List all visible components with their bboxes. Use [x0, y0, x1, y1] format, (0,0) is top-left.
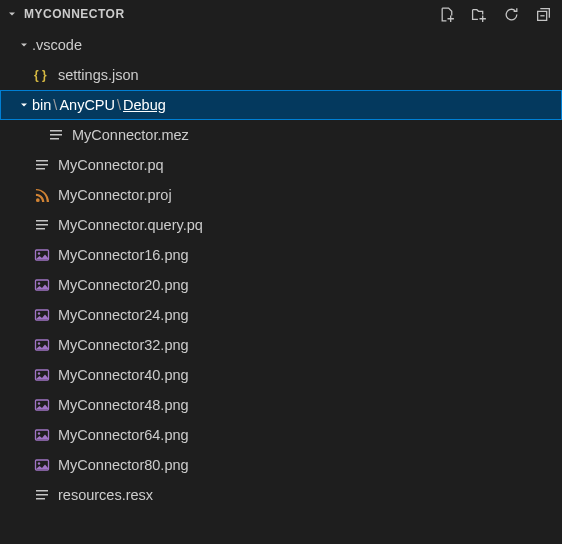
file-myconnector-pq[interactable]: MyConnector.pq: [0, 150, 562, 180]
project-title: MYCONNECTOR: [24, 7, 125, 21]
file-lines-icon: [32, 155, 52, 175]
file-myconnector24-png[interactable]: MyConnector24.png: [0, 300, 562, 330]
svg-point-6: [38, 312, 40, 314]
file-myconnector20-png[interactable]: MyConnector20.png: [0, 270, 562, 300]
svg-point-2: [38, 252, 40, 254]
file-label: MyConnector32.png: [58, 337, 189, 353]
image-icon: [32, 455, 52, 475]
folder-label: .vscode: [32, 37, 82, 53]
svg-point-4: [38, 282, 40, 284]
header-actions: [438, 5, 552, 23]
file-label: MyConnector24.png: [58, 307, 189, 323]
file-label: MyConnector.proj: [58, 187, 172, 203]
file-myconnector40-png[interactable]: MyConnector40.png: [0, 360, 562, 390]
file-myconnector80-png[interactable]: MyConnector80.png: [0, 450, 562, 480]
svg-point-8: [38, 342, 40, 344]
rss-icon: [32, 185, 52, 205]
file-label: resources.resx: [58, 487, 153, 503]
file-label: MyConnector64.png: [58, 427, 189, 443]
file-resources-resx[interactable]: resources.resx: [0, 480, 562, 510]
image-icon: [32, 365, 52, 385]
path-separator: \: [53, 97, 57, 113]
new-folder-icon[interactable]: [470, 5, 488, 23]
file-myconnector48-png[interactable]: MyConnector48.png: [0, 390, 562, 420]
file-label: MyConnector.pq: [58, 157, 164, 173]
svg-point-12: [38, 402, 40, 404]
file-lines-icon: [46, 125, 66, 145]
file-label: MyConnector16.png: [58, 247, 189, 263]
image-icon: [32, 395, 52, 415]
folder-vscode[interactable]: .vscode: [0, 30, 562, 60]
file-label: MyConnector.query.pq: [58, 217, 203, 233]
file-label: MyConnector.mez: [72, 127, 189, 143]
image-icon: [32, 425, 52, 445]
svg-point-10: [38, 372, 40, 374]
file-settings-json[interactable]: { } settings.json: [0, 60, 562, 90]
svg-text:{ }: { }: [34, 68, 47, 82]
crumb-segment: AnyCPU: [59, 97, 115, 113]
crumb-segment: bin: [32, 97, 51, 113]
path-separator: \: [117, 97, 121, 113]
chevron-down-icon: [16, 97, 32, 113]
svg-point-16: [38, 462, 40, 464]
image-icon: [32, 275, 52, 295]
file-myconnector32-png[interactable]: MyConnector32.png: [0, 330, 562, 360]
file-label: MyConnector40.png: [58, 367, 189, 383]
file-tree: .vscode { } settings.json bin\AnyCPU\Deb…: [0, 28, 562, 510]
file-label: MyConnector80.png: [58, 457, 189, 473]
image-icon: [32, 335, 52, 355]
image-icon: [32, 245, 52, 265]
file-myconnector16-png[interactable]: MyConnector16.png: [0, 240, 562, 270]
explorer-header: MYCONNECTOR: [0, 0, 562, 28]
file-myconnector64-png[interactable]: MyConnector64.png: [0, 420, 562, 450]
file-label: MyConnector48.png: [58, 397, 189, 413]
refresh-icon[interactable]: [502, 5, 520, 23]
new-file-icon[interactable]: [438, 5, 456, 23]
file-label: settings.json: [58, 67, 139, 83]
image-icon: [32, 305, 52, 325]
folder-bin-anycpu-debug[interactable]: bin\AnyCPU\Debug: [0, 90, 562, 120]
breadcrumb: bin\AnyCPU\Debug: [32, 97, 166, 113]
svg-point-14: [38, 432, 40, 434]
json-icon: { }: [32, 65, 52, 85]
collapse-all-icon[interactable]: [534, 5, 552, 23]
crumb-segment-active: Debug: [123, 97, 166, 113]
file-lines-icon: [32, 485, 52, 505]
file-myconnector-proj[interactable]: MyConnector.proj: [0, 180, 562, 210]
chevron-down-icon: [4, 6, 20, 22]
chevron-down-icon: [16, 37, 32, 53]
file-myconnector-mez[interactable]: MyConnector.mez: [0, 120, 562, 150]
header-left[interactable]: MYCONNECTOR: [4, 6, 125, 22]
file-lines-icon: [32, 215, 52, 235]
file-myconnector-query-pq[interactable]: MyConnector.query.pq: [0, 210, 562, 240]
file-label: MyConnector20.png: [58, 277, 189, 293]
